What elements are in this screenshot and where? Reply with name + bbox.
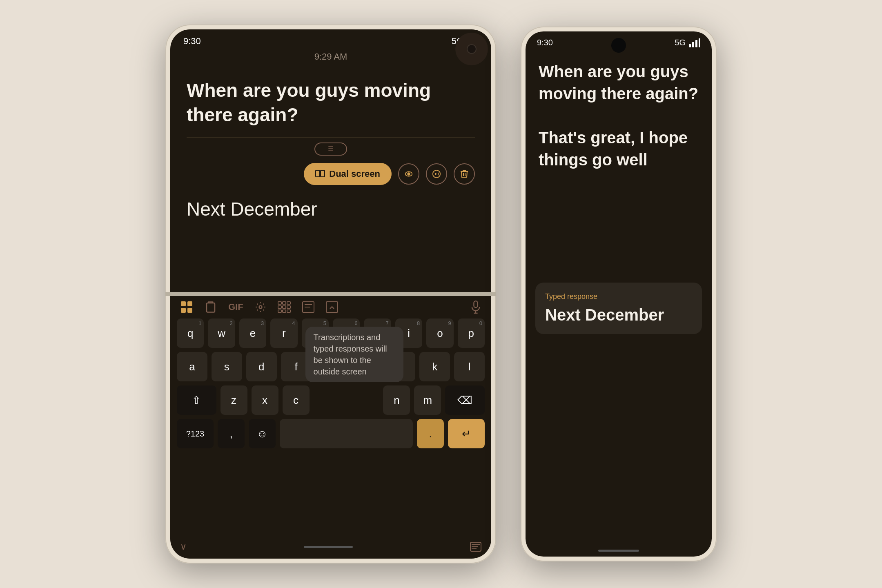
- svg-rect-14: [187, 308, 192, 313]
- key-w[interactable]: w2: [208, 318, 235, 348]
- regular-signal-bars: [689, 38, 700, 47]
- regular-phone: 9:30 5G When are you guys moving there a…: [521, 27, 717, 561]
- svg-rect-12: [187, 301, 192, 306]
- delete-button[interactable]: [454, 163, 475, 185]
- typed-label: Typed response: [545, 292, 692, 301]
- svg-rect-18: [283, 302, 286, 304]
- foldable-bottom-screen: GIF: [170, 294, 491, 559]
- dual-screen-icon: [315, 169, 325, 179]
- svg-rect-13: [181, 308, 186, 313]
- keyboard-collapse-icon[interactable]: ∨: [180, 541, 187, 552]
- key-z[interactable]: z: [220, 385, 247, 415]
- clipboard-icon[interactable]: [205, 301, 217, 313]
- key-a[interactable]: a: [177, 352, 207, 381]
- key-emoji[interactable]: ☺: [249, 419, 276, 448]
- regular-home-indicator: [598, 550, 639, 552]
- svg-rect-17: [278, 302, 281, 304]
- key-num-switch[interactable]: ?123: [177, 419, 214, 448]
- regular-time: 9:30: [537, 38, 553, 47]
- key-row-3: ⇧ z x c Transcriptions and typed respons…: [177, 385, 485, 415]
- camera-pill: [455, 33, 488, 65]
- svg-rect-19: [287, 302, 290, 304]
- svg-rect-20: [278, 306, 281, 308]
- camera-lens: [467, 44, 477, 54]
- microphone-icon[interactable]: [470, 301, 481, 314]
- regular-transcript: When are you guys moving there again? Th…: [526, 51, 712, 274]
- key-e[interactable]: e3: [239, 318, 266, 348]
- dual-screen-label: Dual screen: [329, 169, 380, 179]
- regular-signal-5g: 5G: [675, 38, 686, 47]
- regular-status-icons: 5G: [675, 38, 700, 47]
- collapse-icon[interactable]: [326, 301, 338, 313]
- kb-toolbar-icons: GIF: [180, 301, 338, 314]
- key-c[interactable]: c: [283, 385, 310, 415]
- key-s[interactable]: s: [212, 352, 242, 381]
- eye-button[interactable]: [398, 163, 419, 185]
- svg-rect-24: [283, 310, 286, 312]
- svg-rect-4: [316, 170, 320, 177]
- sound-button[interactable]: [426, 163, 447, 185]
- key-x[interactable]: x: [252, 385, 278, 415]
- key-o[interactable]: o9: [426, 318, 453, 348]
- camera-notch: [611, 38, 626, 53]
- key-shift[interactable]: ⇧: [177, 385, 216, 415]
- svg-rect-38: [692, 42, 694, 47]
- drag-handle-row: ☰: [170, 138, 491, 159]
- svg-rect-22: [287, 306, 290, 308]
- key-d[interactable]: d: [246, 352, 277, 381]
- svg-rect-39: [695, 40, 697, 47]
- home-indicator: [304, 546, 353, 548]
- gif-label[interactable]: GIF: [228, 302, 243, 312]
- toolbar-row: Dual screen: [170, 159, 491, 192]
- eye-icon: [404, 169, 413, 178]
- svg-rect-30: [474, 301, 477, 307]
- keyboard-keys: q1 w2 e3 r4 t5 y6 u7 i8 o9 p0 a s d f: [170, 317, 491, 538]
- foldable-hinge: [165, 292, 496, 296]
- center-time: 9:29 AM: [170, 50, 491, 69]
- numpad-icon[interactable]: [278, 301, 291, 313]
- trash-icon: [460, 169, 468, 178]
- keyboard-switch-icon[interactable]: [470, 542, 481, 552]
- regular-transcript-line2: That's great, I hope things go well: [539, 129, 688, 169]
- key-p[interactable]: p0: [458, 318, 485, 348]
- keyboard-container: GIF: [170, 294, 491, 559]
- key-enter[interactable]: ↵: [448, 419, 485, 448]
- keyboard-toolbar: GIF: [170, 297, 491, 317]
- svg-rect-11: [181, 301, 186, 306]
- svg-point-16: [259, 306, 262, 309]
- foldable-phone: 9:30 5G 9:29 AM When are you guys moving…: [165, 24, 496, 564]
- typed-value: Next December: [545, 306, 692, 324]
- foldable-top-screen: 9:30 5G 9:29 AM When are you guys moving…: [170, 29, 491, 294]
- key-l[interactable]: l: [454, 352, 485, 381]
- key-q[interactable]: q1: [177, 318, 204, 348]
- settings-icon[interactable]: [255, 301, 266, 313]
- keyboard-tooltip: Transcriptions and typed responses will …: [305, 327, 403, 382]
- typed-response-box: Typed response Next December: [535, 283, 702, 334]
- foldable-typed-response: Next December: [170, 192, 491, 227]
- key-m[interactable]: m: [414, 385, 441, 415]
- svg-rect-40: [699, 38, 700, 47]
- key-period[interactable]: .: [417, 419, 444, 448]
- svg-rect-25: [287, 310, 290, 312]
- key-r[interactable]: r4: [270, 318, 297, 348]
- foldable-time: 9:30: [183, 36, 201, 47]
- key-comma[interactable]: ,: [218, 419, 245, 448]
- key-space[interactable]: [280, 419, 413, 448]
- regular-screen: 9:30 5G When are you guys moving there a…: [526, 31, 712, 557]
- expand-icon[interactable]: [302, 301, 314, 313]
- regular-transcript-line1: When are you guys moving there again?: [539, 62, 698, 102]
- key-n[interactable]: n: [383, 385, 410, 415]
- key-backspace[interactable]: ⌫: [445, 385, 485, 415]
- svg-rect-37: [689, 44, 691, 47]
- svg-rect-21: [283, 306, 286, 308]
- grid-icon[interactable]: [180, 301, 193, 314]
- dual-screen-button[interactable]: Dual screen: [304, 163, 392, 185]
- key-k[interactable]: k: [419, 352, 450, 381]
- svg-rect-23: [278, 310, 281, 312]
- drag-handle[interactable]: ☰: [314, 143, 347, 156]
- foldable-status-bar: 9:30 5G: [170, 29, 491, 50]
- sound-icon: [432, 169, 441, 178]
- drag-handle-icon: ☰: [328, 145, 334, 153]
- foldable-transcript: When are you guys moving there again?: [170, 69, 491, 137]
- svg-rect-5: [321, 170, 325, 177]
